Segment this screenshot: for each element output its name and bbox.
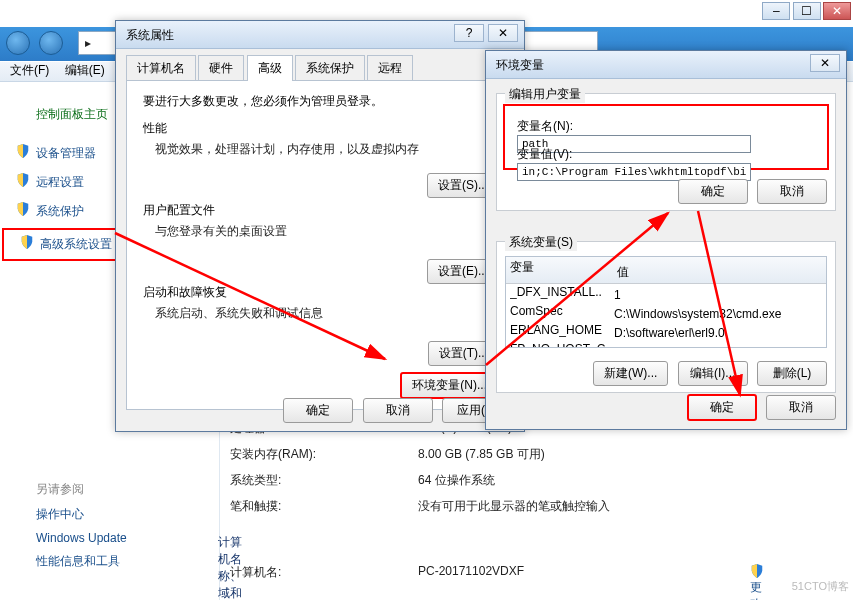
delete-variable-button[interactable]: 删除(L) xyxy=(757,361,827,386)
leftnav-item-label: 系统保护 xyxy=(36,204,84,218)
dialog-close-button[interactable]: ✕ xyxy=(488,24,518,42)
dialog-help-button[interactable]: ? xyxy=(454,24,484,42)
tab-advanced[interactable]: 高级 xyxy=(247,55,293,81)
menu-file[interactable]: 文件(F) xyxy=(10,63,49,77)
ok-button[interactable]: 确定 xyxy=(283,398,353,423)
leftnav-item-label: 高级系统设置 xyxy=(40,237,112,251)
tab-system-protection[interactable]: 系统保护 xyxy=(295,55,365,81)
section-userprofile-text: 与您登录有关的桌面设置 xyxy=(155,223,497,240)
change-settings-label: 更改设置 xyxy=(750,580,762,600)
sysprop-button-row: 确定 取消 应用(A) xyxy=(277,398,512,423)
env-cancel-button[interactable]: 取消 xyxy=(766,395,836,420)
label-computer-name: 计算机名: xyxy=(230,564,390,581)
system-variables-table[interactable]: 变量 值 _DFX_INSTALL..1 ComSpecC:\Windows\s… xyxy=(505,256,827,348)
dialog-close-button[interactable]: ✕ xyxy=(810,54,840,72)
tab-hardware[interactable]: 硬件 xyxy=(198,55,244,81)
highlight-box: 变量名(N): 变量值(V): xyxy=(503,104,829,170)
section-performance-header: 性能 xyxy=(143,120,497,137)
window-controls: – ☐ ✕ xyxy=(763,2,851,20)
see-also-header: 另请参阅 xyxy=(36,477,127,502)
edit-cancel-button[interactable]: 取消 xyxy=(757,179,827,204)
watermark: 51CTO博客 xyxy=(792,579,849,594)
label-pen-touch: 笔和触摸: xyxy=(230,498,390,515)
link-windows-update[interactable]: Windows Update xyxy=(36,527,127,549)
table-header: 变量 值 xyxy=(506,257,826,284)
sysprop-tabs: 计算机名 硬件 高级 系统保护 远程 要进行大多数更改，您必须作为管理员登录。 … xyxy=(126,55,514,410)
shield-icon xyxy=(16,202,30,216)
menu-edit[interactable]: 编辑(E) xyxy=(65,63,105,77)
table-row[interactable]: FP_NO_HOST_C..NO xyxy=(506,341,826,348)
system-variables-group: 系统变量(S) 变量 值 _DFX_INSTALL..1 ComSpecC:\W… xyxy=(496,241,836,393)
link-action-center[interactable]: 操作中心 xyxy=(36,502,127,527)
new-variable-button[interactable]: 新建(W)... xyxy=(593,361,668,386)
shield-icon xyxy=(16,173,30,187)
minimize-button[interactable]: – xyxy=(762,2,790,20)
dialog-titlebar[interactable]: 系统属性 ✕ ? xyxy=(116,21,524,49)
tab-computer-name[interactable]: 计算机名 xyxy=(126,55,196,81)
edit-variable-button[interactable]: 编辑(I)... xyxy=(678,361,748,386)
group-label: 系统变量(S) xyxy=(505,234,577,251)
value-computer-name: PC-20171102VDXF xyxy=(418,564,848,578)
table-row[interactable]: _DFX_INSTALL..1 xyxy=(506,284,826,303)
close-button[interactable]: ✕ xyxy=(823,2,851,20)
system-properties-dialog: 系统属性 ✕ ? 计算机名 硬件 高级 系统保护 远程 要进行大多数更改，您必须… xyxy=(115,20,525,432)
th-name: 变量 xyxy=(510,259,614,276)
label-variable-name: 变量名(N): xyxy=(517,118,595,135)
value-ram: 8.00 GB (7.85 GB 可用) xyxy=(418,446,848,463)
dialog-titlebar[interactable]: 环境变量 ✕ xyxy=(486,51,846,79)
value-system-type: 64 位操作系统 xyxy=(418,472,848,489)
link-performance-info[interactable]: 性能信息和工具 xyxy=(36,549,127,574)
dialog-title: 系统属性 xyxy=(126,28,174,42)
admin-required-text: 要进行大多数更改，您必须作为管理员登录。 xyxy=(143,93,497,110)
section-startup-header: 启动和故障恢复 xyxy=(143,284,497,301)
leftnav-item-label: 远程设置 xyxy=(36,175,84,189)
edit-user-variable-group: 编辑用户变量 变量名(N): 变量值(V): 确定 取消 xyxy=(496,93,836,211)
nav-back-button[interactable] xyxy=(6,31,30,55)
label-variable-value: 变量值(V): xyxy=(517,146,595,163)
table-row[interactable]: ERLANG_HOMED:\software\erl\erl9.0 xyxy=(506,322,826,341)
link-change-settings[interactable]: 更改设置 xyxy=(750,564,764,600)
leftnav-item-label: 设备管理器 xyxy=(36,146,96,160)
label-system-type: 系统类型: xyxy=(230,472,390,489)
nav-forward-button[interactable] xyxy=(39,31,63,55)
tab-remote[interactable]: 远程 xyxy=(367,55,413,81)
table-row[interactable]: ComSpecC:\Windows\system32\cmd.exe xyxy=(506,303,826,322)
sysvar-buttons: 新建(W)... 编辑(I)... 删除(L) xyxy=(587,361,827,386)
shield-icon xyxy=(750,564,764,578)
th-value: 值 xyxy=(617,264,629,281)
shield-icon xyxy=(16,144,30,158)
env-ok-button[interactable]: 确定 xyxy=(687,394,757,421)
shield-icon xyxy=(20,235,34,249)
maximize-button[interactable]: ☐ xyxy=(793,2,821,20)
label-ram: 安装内存(RAM): xyxy=(230,446,390,463)
section-startup-text: 系统启动、系统失败和调试信息 xyxy=(155,305,497,322)
dialog-title: 环境变量 xyxy=(496,58,544,72)
env-variables-dialog: 环境变量 ✕ 编辑用户变量 变量名(N): 变量值(V): 确定 取消 系统变量… xyxy=(485,50,847,430)
see-also: 另请参阅 操作中心 Windows Update 性能信息和工具 xyxy=(36,477,127,574)
section-userprofile-header: 用户配置文件 xyxy=(143,202,497,219)
edit-ok-button[interactable]: 确定 xyxy=(678,179,748,204)
section-performance-text: 视觉效果，处理器计划，内存使用，以及虚拟内存 xyxy=(155,141,497,158)
group-label: 编辑用户变量 xyxy=(505,86,585,103)
env-dialog-buttons: 确定 取消 xyxy=(681,394,836,421)
tab-panel-advanced: 要进行大多数更改，您必须作为管理员登录。 性能 视觉效果，处理器计划，内存使用，… xyxy=(126,80,514,410)
cancel-button[interactable]: 取消 xyxy=(363,398,433,423)
value-pen-touch: 没有可用于此显示器的笔或触控输入 xyxy=(418,498,848,515)
